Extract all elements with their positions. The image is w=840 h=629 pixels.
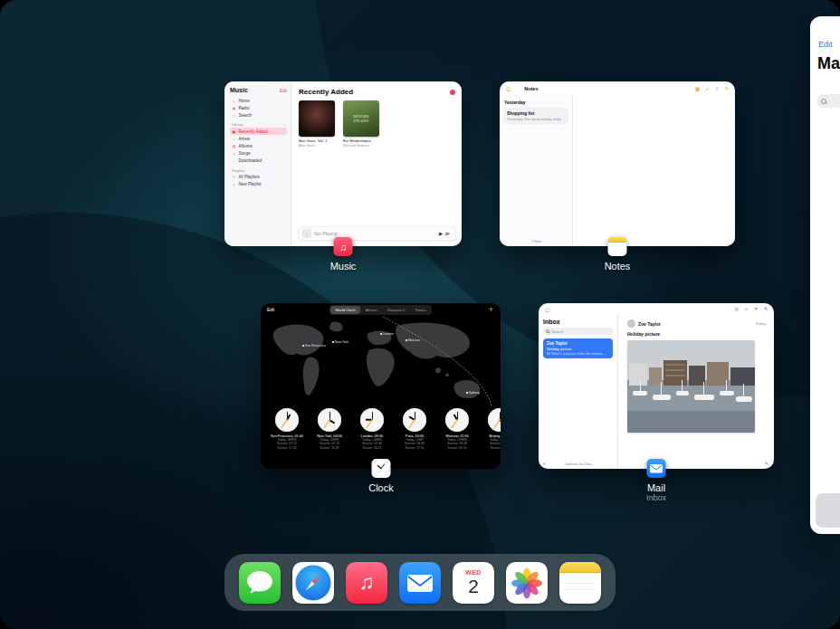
world-clock-tile: Paris, 10:00 Today, +1HR Sunrise: 08:36 … — [396, 408, 434, 466]
music-app-icon[interactable]: ♫ — [334, 237, 353, 256]
notes-title: Notes — [524, 86, 538, 91]
app-card-mail[interactable]: ◫ ▤ ↩ ⚑ ✎ Inbox Search Zoe Taylor Holida… — [539, 303, 774, 469]
clock-icon — [372, 459, 391, 478]
message-sender: Zoe Taylor — [638, 321, 661, 327]
world-clock-tile: San Francisco, 01:00 Today, -8HRS Sunris… — [268, 408, 306, 466]
email-subject: Holiday picture — [547, 347, 609, 351]
playlist-icon: ≡ — [232, 175, 236, 179]
card-label-clock: Clock — [318, 482, 444, 493]
radio-icon: ◉ — [232, 106, 236, 110]
map-city-label: New York — [332, 340, 348, 344]
album-artist: Richard Strauss — [343, 143, 379, 148]
app-card-notes[interactable]: ◫ Notes ▦ ✓ ⇧ ✎ Yesterday Shopping list … — [500, 81, 735, 246]
note-meta: Yesterday The usual weekly shop — [507, 117, 565, 121]
music-note-icon: ♫ — [358, 570, 374, 595]
edit-button: Edit — [267, 308, 274, 312]
app-card-music[interactable]: Music Edit ⌂Home ◉Radio ○Search Library›… — [224, 81, 462, 246]
music-nav-search: ○Search — [230, 111, 287, 119]
music-sidebar: Music Edit ⌂Home ◉Radio ○Search Library›… — [224, 81, 291, 246]
music-nav-songs: ♫Songs — [230, 150, 287, 157]
music-nav-recently-added: ▣Recently Added — [230, 128, 287, 135]
calendar-day: 2 — [468, 577, 479, 596]
share-icon: ⇧ — [715, 86, 720, 91]
partial-gray-block — [816, 493, 840, 528]
grid-view-icon: ▦ — [695, 86, 700, 91]
sidebar-toggle-icon: ◫ — [545, 307, 549, 312]
notes-count: 1 Note — [500, 240, 573, 243]
dock-app-mail[interactable] — [399, 562, 441, 604]
songs-icon: ♫ — [232, 151, 236, 156]
mail-status: Updated Just Now — [539, 462, 618, 466]
album-item: Bee Gees, Vol. 1 Bee Gees — [299, 100, 335, 148]
map-city-label: San Francisco — [302, 344, 326, 348]
app-switcher-screen: Edit Mailboxes Music Edit ⌂Home ◉Radio ○… — [0, 0, 840, 629]
analog-clock — [403, 408, 426, 432]
email-preview: Hi! Here's a picture from the marina… — [547, 351, 609, 356]
add-clock-button: + — [489, 306, 493, 314]
dock-app-safari[interactable] — [292, 562, 334, 604]
dock-app-messages[interactable] — [239, 562, 281, 604]
map-city-label: London — [380, 332, 394, 336]
music-nav-all-playlists: ≡All Playlists — [230, 174, 287, 181]
search-field — [817, 94, 840, 108]
now-playing-title: Not Playing — [314, 231, 436, 236]
dock-app-music[interactable]: ♫ — [346, 562, 387, 604]
clock-app-icon[interactable] — [372, 459, 391, 478]
music-nav-albums: ▤Albums — [230, 142, 287, 149]
recently-added-title: Recently Added — [299, 88, 353, 96]
app-card-clock[interactable]: Edit World Clock Alarms Stopwatch Timers… — [261, 303, 501, 469]
world-map: San Francisco New York London Moscow Syd… — [261, 317, 501, 405]
card-window-label-mail: Inbox — [593, 493, 720, 502]
notes-lines — [566, 583, 595, 584]
notes-app-icon[interactable] — [608, 237, 627, 256]
world-clock-tile: Moscow, 11:00 Today, +2HRS Sunrise: 08:4… — [438, 408, 476, 466]
world-clock-tile: London, 09:00 Today, +0HRS Sunrise: 07:4… — [353, 408, 391, 466]
message-date: Friday — [756, 321, 766, 326]
card-label-notes: Notes — [554, 261, 681, 272]
music-nav-artists: ♪Artists — [230, 135, 287, 142]
compose-icon: ✎ — [764, 307, 768, 311]
clock-toolbar: Edit World Clock Alarms Stopwatch Timers… — [261, 303, 501, 317]
envelope-icon — [647, 459, 666, 478]
calendar-weekday: WED — [465, 569, 482, 576]
recently-added-icon: ▣ — [232, 129, 236, 134]
world-clock-row: San Francisco, 01:00 Today, -8HRS Sunris… — [268, 408, 501, 466]
music-note-icon: ♫ — [339, 242, 347, 253]
checklist-icon: ✓ — [705, 86, 710, 91]
search-icon — [546, 329, 549, 333]
albums-icon: ▤ — [232, 144, 236, 148]
world-clock-tile: Beijing, 16:00 Today, +7HRS Sunrise: 07:… — [481, 408, 501, 466]
tab-world-clock: World Clock — [330, 306, 360, 314]
analog-clock — [488, 408, 501, 432]
notes-band — [608, 237, 627, 243]
inbox-title: Inbox — [543, 319, 613, 325]
next-track-icon: ≫ — [444, 231, 452, 236]
avatar — [627, 319, 635, 328]
dock-app-photos[interactable] — [506, 562, 548, 604]
envelope-icon — [399, 562, 441, 604]
album-artist: Bee Gees — [299, 143, 335, 148]
map-city-label: Sydney — [466, 391, 480, 395]
analog-clock — [360, 408, 384, 432]
mail-sidebar: Inbox Search Zoe Taylor Holiday picture … — [539, 315, 618, 469]
mail-toolbar: ◫ ▤ ↩ ⚑ ✎ — [539, 303, 774, 315]
dock-app-calendar[interactable]: WED 2 — [453, 562, 494, 604]
account-icon — [450, 90, 455, 95]
home-icon: ⌂ — [232, 99, 236, 103]
analog-clock — [275, 408, 299, 432]
dock-app-notes[interactable] — [559, 562, 601, 604]
notes-section-header: Yesterday — [504, 100, 568, 105]
music-library-header: Library› — [232, 122, 285, 127]
compose-icon: ✎ — [724, 86, 729, 91]
album-item: RICHARD STRAUSS Ein Heldenleben Richard … — [343, 100, 379, 148]
music-nav-downloaded: ↓Downloaded — [230, 157, 287, 165]
edit-link: Edit — [818, 40, 833, 49]
chevron-icon: › — [284, 122, 285, 127]
reply-icon: ↩ — [745, 307, 749, 311]
email-sender: Zoe Taylor — [547, 341, 609, 346]
sidebar-toggle-icon: ◫ — [506, 86, 511, 91]
note-list-item: Shopping list Yesterday The usual weekly… — [503, 108, 568, 124]
safari-compass-icon — [292, 562, 334, 604]
mail-app-icon[interactable] — [647, 459, 666, 478]
partial-app-card-mailboxes[interactable]: Edit Mailboxes — [810, 16, 840, 534]
